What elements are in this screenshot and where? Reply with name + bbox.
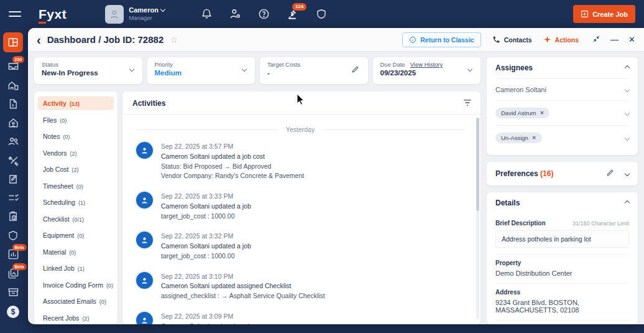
scrollbar[interactable] [476,118,479,319]
bids-gavel-icon[interactable]: 124 [287,8,299,21]
due-date-dropdown[interactable]: Due DateView History 09/23/2025 [373,57,481,84]
tab-checklist[interactable]: Checklist(0/1) [38,212,114,226]
sidebar-item-billing[interactable]: $ [7,306,19,318]
edit-pencil-icon[interactable] [606,168,614,179]
user-menu[interactable]: Cameron Manager [105,5,165,24]
details-title: Details [495,199,520,207]
assignee-row[interactable]: David Astrum✕ [495,100,629,125]
plus-square-icon [581,10,589,18]
dollar-icon: $ [7,306,19,318]
modal-header: ‹ Dashboard / Job ID: 72882 ☆ Return to … [28,28,644,52]
sidebar-item-compliance[interactable] [7,230,19,242]
shield-icon[interactable] [316,8,327,20]
create-job-button[interactable]: Create Job [573,5,635,23]
tab-activity[interactable]: Activity(13) [38,96,114,110]
tab-material[interactable]: Material(0) [38,245,114,259]
sidebar-item-maintenance[interactable] [7,155,19,167]
sidebar-item-documents[interactable] [7,98,19,110]
chevron-up-icon[interactable] [625,65,630,70]
sidebar-item-reports[interactable]: Beta [7,248,19,260]
hamburger-menu-icon[interactable] [9,11,21,17]
beta-badge: Beta [12,244,27,251]
brief-description-input[interactable]: Address potholes in parking lot [495,230,629,248]
sidebar-item-tenants[interactable] [7,117,19,129]
assignee-row[interactable]: Un-Assign✕ [495,125,629,150]
collapse-window-icon[interactable] [592,35,600,45]
people-icon [7,136,19,148]
user-avatar [105,5,124,24]
sidebar-item-jobs[interactable] [7,174,19,185]
activity-avatar-icon [136,142,153,159]
dashboard-icon [7,37,19,48]
tab-invoice-coding-form[interactable]: Invoice Coding Form(0) [38,278,114,292]
help-icon[interactable] [258,8,270,20]
user-settings-icon[interactable] [229,8,241,20]
brief-description-label: Brief Description [495,220,546,227]
notifications-bell-icon[interactable] [201,8,213,20]
user-role: Manager [129,14,165,21]
status-dropdown[interactable]: Status New-In Progress [34,57,142,84]
activity-item: Sep 22, 2025 at 3:32 PMCameron Soltani u… [136,232,464,261]
day-divider: Yesterday [136,126,464,133]
app-logo[interactable]: Fyxt [39,7,67,22]
target-costs-field[interactable]: Target Costs - [260,57,368,84]
chevron-down-icon [625,110,630,115]
chevron-down-icon[interactable] [625,171,630,176]
tab-recent-jobs[interactable]: Recent Jobs(2) [38,311,114,325]
tab-linked-job[interactable]: Linked Job(1) [38,261,114,275]
sidebar-item-people[interactable] [7,136,19,148]
sidebar-item-gallery[interactable]: Beta [7,268,19,279]
contacts-button[interactable]: Contacts [492,35,532,44]
tab-scheduling[interactable]: Scheduling(1) [38,195,114,209]
archive-icon [7,286,19,298]
chevron-down-icon [625,135,630,140]
tab-notes[interactable]: Notes(0) [38,129,114,143]
activity-item: Sep 22, 2025 at 3:10 PMCameron Soltani u… [136,272,464,301]
clipboard-clock-icon [7,211,19,222]
activity-item: Sep 22, 2025 at 3:33 PMCameron Soltani u… [136,192,464,221]
inbox-count-badge: 234 [12,56,25,63]
actions-button[interactable]: Actions [543,35,579,44]
info-icon [409,36,416,44]
sidebar-item-dashboard[interactable] [3,32,23,52]
priority-dropdown[interactable]: Priority Medium [147,57,255,84]
filter-icon[interactable] [463,98,472,109]
job-detail-modal: ‹ Dashboard / Job ID: 72882 ☆ Return to … [28,28,644,324]
view-history-link[interactable]: View History [410,61,443,68]
shield-icon [7,230,19,242]
activity-avatar-icon [136,192,153,209]
tab-timesheet[interactable]: Timesheet(0) [38,179,114,193]
details-panel: Details Brief Description 31/150 Charact… [487,192,638,324]
activity-avatar-icon [136,272,153,289]
back-button[interactable]: ‹ [37,34,41,46]
left-sidebar: 234 Beta Beta $ [0,28,26,333]
activities-panel: Activities Yesterday Sep 22, 2025 at 3:5… [122,91,481,324]
building-icon [7,80,19,91]
tab-vendors[interactable]: Vendors(2) [38,146,114,160]
tab-associated-emails[interactable]: Associated Emails(0) [38,294,114,308]
close-window-icon[interactable]: ✕ [628,35,635,44]
top-navbar: Fyxt Cameron Manager 124 Create Job [0,0,644,28]
bids-count-badge: 124 [292,3,306,11]
edit-pencil-icon[interactable] [351,65,359,76]
tools-icon [7,155,19,167]
user-name: Cameron [129,6,159,14]
tab-job-cost[interactable]: Job Cost(2) [38,162,114,176]
return-to-classic-button[interactable]: Return to Classic [402,32,481,47]
sidebar-item-properties[interactable] [7,80,19,91]
sidebar-item-schedule[interactable] [7,211,19,222]
remove-assignee-icon[interactable]: ✕ [532,135,536,141]
address-label: Address [495,289,520,296]
sidebar-item-inbox[interactable]: 234 [7,60,19,72]
favorite-star-icon[interactable]: ☆ [170,35,178,45]
sidebar-item-checklists[interactable] [7,192,19,204]
chevron-up-icon[interactable] [625,200,630,205]
checklist-icon [7,192,19,204]
tab-equipment[interactable]: Equipment(0) [38,228,114,242]
sidebar-item-equipment[interactable] [7,286,19,298]
remove-assignee-icon[interactable]: ✕ [540,110,545,116]
chevron-down-icon [160,7,165,12]
assignee-row[interactable]: Cameron Soltani [495,78,629,100]
minimize-window-icon[interactable]: — [610,35,619,44]
tab-files[interactable]: Files(0) [38,113,114,127]
